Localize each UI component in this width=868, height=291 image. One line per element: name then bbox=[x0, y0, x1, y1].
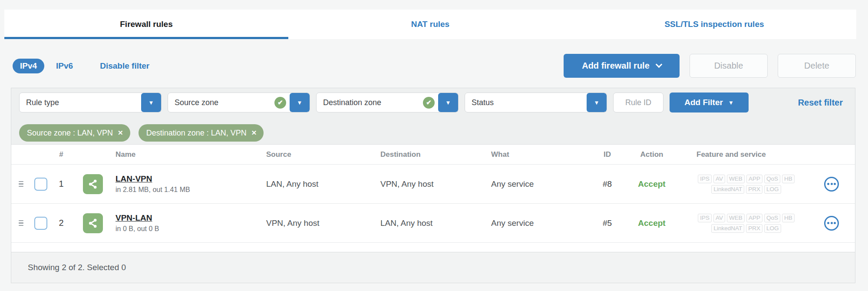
destination-zone-dropdown[interactable]: Destination zone ✔ ▼ bbox=[316, 93, 459, 112]
dropdown-toggle-button[interactable]: ▼ bbox=[141, 93, 161, 112]
dropdown-label: Source zone bbox=[168, 98, 274, 107]
triangle-down-icon: ▼ bbox=[446, 100, 451, 106]
badge-ips: IPS bbox=[698, 175, 712, 183]
row-menu-ellipsis-icon[interactable] bbox=[824, 177, 839, 192]
add-firewall-rule-button[interactable]: Add firewall rule bbox=[564, 54, 680, 78]
feature-badge-line: IPS AV WEB APP QoS HB bbox=[698, 214, 794, 222]
header-what: What bbox=[480, 150, 595, 159]
status-dropdown[interactable]: Status ▼ bbox=[465, 93, 607, 112]
what-cell: Any service bbox=[480, 179, 595, 189]
table-row: 1 LAN-VPN in 2.81 MB, out 1.41 MB LAN, A… bbox=[11, 165, 855, 204]
tab-nat-rules[interactable]: NAT rules bbox=[288, 10, 572, 39]
remove-filter-icon[interactable]: ✕ bbox=[251, 129, 257, 137]
feature-badge-line: LinkedNAT PRX LOG bbox=[711, 224, 781, 233]
row-number: 1 bbox=[59, 179, 63, 189]
dropdown-label: Rule type bbox=[20, 98, 141, 107]
rule-traffic: in 0 B, out 0 B bbox=[116, 225, 254, 233]
chevron-down-icon bbox=[656, 61, 663, 68]
dropdown-label: Status bbox=[465, 98, 587, 107]
badge-ips: IPS bbox=[698, 214, 712, 222]
badge-log: LOG bbox=[764, 185, 781, 194]
triangle-down-icon: ▼ bbox=[297, 100, 303, 106]
rule-id-cell: #8 bbox=[603, 179, 612, 189]
add-filter-button[interactable]: Add Filter ▼ bbox=[670, 93, 749, 112]
what-cell: Any service bbox=[480, 218, 595, 228]
destination-cell: VPN, Any host bbox=[376, 179, 480, 189]
table-spacer bbox=[11, 243, 855, 252]
filter-row: Rule type ▼ Source zone ✔ ▼ Destination … bbox=[19, 93, 847, 112]
tab-bar: Firewall rules NAT rules SSL/TLS inspect… bbox=[4, 10, 856, 39]
row-checkbox[interactable] bbox=[34, 178, 47, 191]
rule-traffic: in 2.81 MB, out 1.41 MB bbox=[116, 186, 254, 194]
drag-handle[interactable] bbox=[16, 179, 26, 190]
toolbar-right: Add firewall rule Disable Delete bbox=[564, 54, 856, 78]
badge-qos: QoS bbox=[764, 175, 780, 183]
row-checkbox[interactable] bbox=[34, 217, 47, 230]
firewall-rules-panel: Rule type ▼ Source zone ✔ ▼ Destination … bbox=[11, 88, 855, 283]
reset-filter-link[interactable]: Reset filter bbox=[798, 98, 843, 108]
disable-filter-link[interactable]: Disable filter bbox=[100, 61, 149, 71]
row-number: 2 bbox=[59, 218, 63, 228]
badge-web: WEB bbox=[727, 175, 745, 183]
header-source: Source bbox=[254, 150, 376, 159]
badge-qos: QoS bbox=[764, 214, 780, 222]
feature-badge-line: IPS AV WEB APP QoS HB bbox=[698, 175, 794, 183]
rule-id-cell: #5 bbox=[603, 218, 612, 228]
badge-linkednat: LinkedNAT bbox=[711, 185, 744, 194]
tab-firewall-rules[interactable]: Firewall rules bbox=[4, 10, 288, 39]
filter-chip-destination-zone: Destination zone : LAN, VPN ✕ bbox=[139, 124, 264, 142]
source-cell: VPN, Any host bbox=[254, 218, 376, 228]
dropdown-toggle-button[interactable]: ▼ bbox=[290, 93, 310, 112]
disable-button[interactable]: Disable bbox=[690, 54, 768, 78]
dropdown-label: Destination zone bbox=[317, 98, 423, 107]
header-number: # bbox=[59, 150, 63, 159]
badge-app: APP bbox=[746, 175, 762, 183]
add-filter-label: Add Filter bbox=[684, 98, 723, 107]
tab-ssl-tls-inspection-rules[interactable]: SSL/TLS inspection rules bbox=[572, 10, 856, 39]
toolbar-left: IPv4 IPv6 Disable filter bbox=[13, 54, 149, 78]
ipv4-toggle[interactable]: IPv4 bbox=[13, 59, 44, 73]
filter-applied-check-icon: ✔ bbox=[423, 97, 435, 109]
filter-chip-source-zone: Source zone : LAN, VPN ✕ bbox=[19, 124, 130, 142]
ipv6-toggle[interactable]: IPv6 bbox=[56, 61, 73, 71]
header-action: Action bbox=[640, 150, 663, 159]
badge-web: WEB bbox=[727, 214, 745, 222]
rule-id-input[interactable] bbox=[613, 93, 663, 112]
badge-log: LOG bbox=[764, 224, 781, 233]
badge-app: APP bbox=[746, 214, 762, 222]
destination-cell: LAN, Any host bbox=[376, 218, 480, 228]
triangle-down-icon: ▼ bbox=[728, 100, 734, 106]
source-cell: LAN, Any host bbox=[254, 179, 376, 189]
dropdown-toggle-button[interactable]: ▼ bbox=[438, 93, 458, 112]
delete-button[interactable]: Delete bbox=[778, 54, 856, 78]
action-accept-label: Accept bbox=[638, 218, 665, 228]
feature-badge-line: LinkedNAT PRX LOG bbox=[711, 185, 781, 194]
feature-badges: IPS AV WEB APP QoS HB LinkedNAT PRX LOG bbox=[684, 214, 808, 233]
share-network-icon bbox=[83, 213, 103, 233]
row-menu-ellipsis-icon[interactable] bbox=[824, 216, 839, 231]
add-firewall-rule-label: Add firewall rule bbox=[582, 61, 650, 71]
tab-label: NAT rules bbox=[411, 20, 449, 29]
rule-name-link[interactable]: LAN-VPN bbox=[116, 174, 152, 184]
feature-badges: IPS AV WEB APP QoS HB LinkedNAT PRX LOG bbox=[684, 175, 808, 194]
tab-label: Firewall rules bbox=[120, 20, 172, 29]
badge-prx: PRX bbox=[746, 185, 762, 194]
name-cell: LAN-VPN in 2.81 MB, out 1.41 MB bbox=[113, 174, 254, 194]
filter-chip-label: Source zone : LAN, VPN bbox=[27, 129, 113, 138]
header-destination: Destination bbox=[376, 150, 480, 159]
filter-area: Rule type ▼ Source zone ✔ ▼ Destination … bbox=[11, 88, 855, 145]
tab-label: SSL/TLS inspection rules bbox=[664, 20, 764, 29]
badge-linkednat: LinkedNAT bbox=[711, 224, 744, 233]
rule-type-dropdown[interactable]: Rule type ▼ bbox=[19, 93, 162, 112]
badge-prx: PRX bbox=[746, 224, 762, 233]
source-zone-dropdown[interactable]: Source zone ✔ ▼ bbox=[168, 93, 310, 112]
remove-filter-icon[interactable]: ✕ bbox=[118, 129, 123, 137]
badge-av: AV bbox=[713, 175, 725, 183]
badge-hb: HB bbox=[782, 175, 795, 183]
showing-status-text: Showing 2 of 2. Selected 0 bbox=[28, 263, 126, 272]
drag-handle[interactable] bbox=[16, 218, 26, 229]
dropdown-toggle-button[interactable]: ▼ bbox=[587, 93, 607, 112]
name-cell: VPN-LAN in 0 B, out 0 B bbox=[113, 213, 254, 233]
share-network-icon bbox=[83, 174, 103, 194]
rule-name-link[interactable]: VPN-LAN bbox=[116, 213, 152, 223]
